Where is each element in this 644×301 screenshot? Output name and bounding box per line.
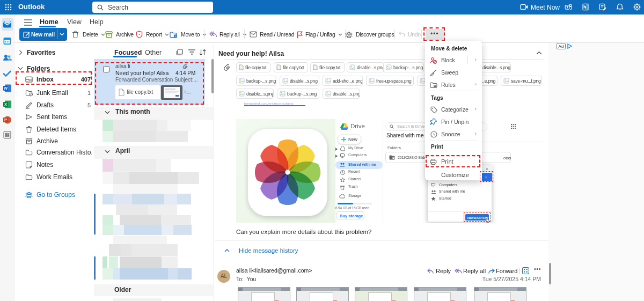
svg-text:W: W — [4, 86, 8, 91]
svg-text:X: X — [4, 102, 7, 107]
svg-text:P: P — [4, 118, 7, 122]
